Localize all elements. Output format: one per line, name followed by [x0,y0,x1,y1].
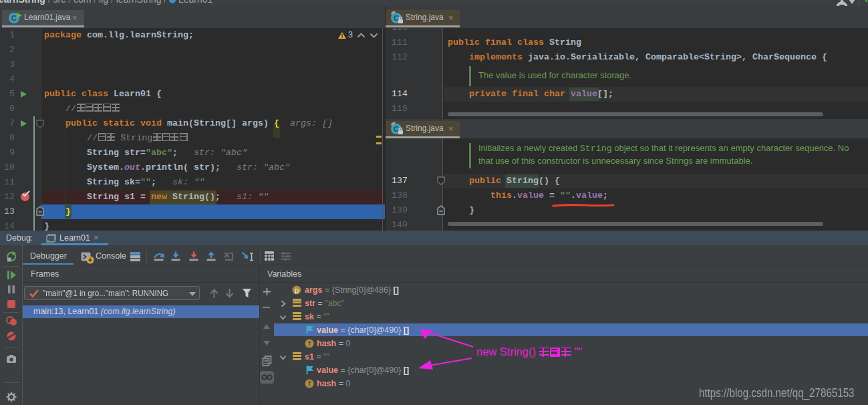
svg-text:C: C [11,14,17,22]
svg-text:C: C [394,125,399,133]
svg-text:p: p [295,286,299,294]
svg-text:C: C [394,14,399,22]
